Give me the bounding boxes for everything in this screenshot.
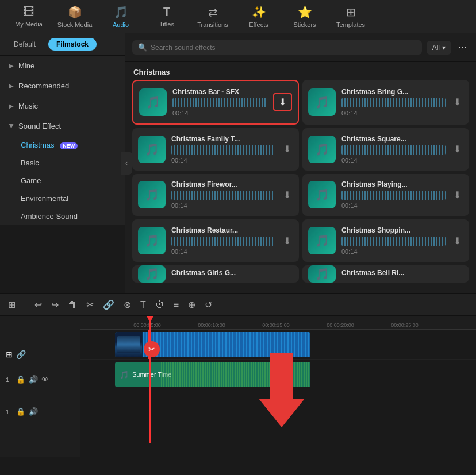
tab-default[interactable]: Default <box>6 38 44 51</box>
sound-wave-4 <box>341 145 446 155</box>
timeline-toolbar: ⊞ ↩ ↪ 🗑 ✂ 🔗 ⊗ T ⏱ ≡ ⊕ ↺ <box>0 294 476 316</box>
download-button-3[interactable]: ⬇ <box>281 141 293 157</box>
add-track-icon[interactable]: ⊞ <box>6 350 13 359</box>
track-controls-2: 1 🔒 🔊 <box>6 398 74 426</box>
sound-card-1[interactable]: 🎵 Christmas Bar - SFX 00:14 ⬇ <box>132 80 299 125</box>
more-options-button[interactable]: ··· <box>456 39 469 56</box>
main-area: Default Filmstock ▶ Mine ▶ Recommended ▶… <box>0 33 476 293</box>
nav-my-media[interactable]: 🎞 My Media <box>6 0 52 33</box>
sound-wave-1 <box>172 98 267 107</box>
chevron-music: ▶ <box>9 103 14 109</box>
nav-titles[interactable]: T Titles <box>144 0 190 33</box>
ruler-labels: 00:00:05:00 00:00:10:00 00:00:15:00 00:0… <box>80 322 437 328</box>
sound-info-2: Christmas Bring G... 00:14 <box>341 88 446 117</box>
effects-icon: ✨ <box>252 5 266 19</box>
sound-duration-4: 00:14 <box>341 157 446 164</box>
download-button-4[interactable]: ⬇ <box>451 141 463 157</box>
filter-button[interactable]: All ▾ <box>427 41 451 55</box>
nav-audio[interactable]: 🎵 Audio <box>98 0 144 33</box>
nav-effects[interactable]: ✨ Effects <box>236 0 282 33</box>
sound-card-8[interactable]: 🎵 Christmas Shoppin... 00:14 ⬇ <box>302 219 469 262</box>
ruler-label-2: 00:00:10:00 <box>179 322 244 328</box>
lock-icon-1[interactable]: 🔒 <box>16 375 25 384</box>
delete-icon[interactable]: 🗑 <box>66 298 79 312</box>
download-button-2[interactable]: ⬇ <box>451 94 463 110</box>
tracks-body: ✂ <box>80 330 476 457</box>
track-number-2: 1 <box>6 408 13 415</box>
sound-card-3[interactable]: 🎵 Christmas Family T... 00:14 ⬇ <box>132 128 299 171</box>
playhead <box>149 316 151 443</box>
sidebar-sub-item-game[interactable]: Game <box>0 172 125 190</box>
adjust-icon[interactable]: ≡ <box>171 298 181 312</box>
track-controls-1: 1 🔒 🔊 👁 <box>6 366 74 393</box>
content-panel: 🔍 All ▾ ··· Christmas 🎵 Christmas Bar - … <box>125 33 476 293</box>
ruler-label-3: 00:00:15:00 <box>244 322 308 328</box>
sidebar-item-recommended[interactable]: ▶ Recommended <box>0 76 125 96</box>
sound-info-7: Christmas Restaur... 00:14 <box>171 226 275 255</box>
download-button-1[interactable]: ⬇ <box>273 93 292 111</box>
text-tool-icon[interactable]: T <box>138 298 148 312</box>
sound-card-2[interactable]: 🎵 Christmas Bring G... 00:14 ⬇ <box>302 80 469 125</box>
stock-media-icon: 📦 <box>68 5 82 19</box>
top-nav: 🎞 My Media 📦 Stock Media 🎵 Audio T Title… <box>0 0 476 33</box>
sidebar-item-music[interactable]: ▶ Music <box>0 96 125 116</box>
sidebar-sub-item-ambience-sound[interactable]: Ambience Sound <box>0 207 125 225</box>
sound-thumb-10: 🎵 <box>308 265 336 283</box>
nav-transitions[interactable]: ⇄ Transitions <box>190 0 236 33</box>
sidebar-item-sound-effect[interactable]: ▶ Sound Effect <box>0 116 125 136</box>
section-title: Christmas <box>125 62 476 80</box>
cut-icon[interactable]: ✂ <box>84 297 96 312</box>
sound-thumb-9: 🎵 <box>138 265 166 283</box>
no-link-icon[interactable]: ⊗ <box>121 297 133 312</box>
sidebar-sub-item-basic[interactable]: Basic <box>0 154 125 172</box>
sound-thumb-7: 🎵 <box>138 227 166 254</box>
sound-name-3: Christmas Family T... <box>171 135 275 143</box>
sound-duration-6: 00:14 <box>341 202 446 209</box>
timer-icon[interactable]: ⏱ <box>153 298 167 312</box>
sidebar-collapse-button[interactable]: ‹ <box>121 152 132 175</box>
sound-name-9: Christmas Girls G... <box>171 269 293 277</box>
download-button-8[interactable]: ⬇ <box>451 233 463 249</box>
audio-icon: 🎵 <box>114 5 128 19</box>
download-button-5[interactable]: ⬇ <box>281 187 293 203</box>
music-note-icon: 🎵 <box>120 370 129 379</box>
lock-icon-2[interactable]: 🔒 <box>16 407 25 416</box>
audio-icon-2[interactable]: 🔊 <box>29 407 38 416</box>
sound-card-5[interactable]: 🎵 Christmas Firewor... 00:14 ⬇ <box>132 174 299 217</box>
sound-card-4[interactable]: 🎵 Christmas Square... 00:14 ⬇ <box>302 128 469 171</box>
undo-icon[interactable]: ↩ <box>32 297 44 312</box>
sidebar-sub-item-christmas[interactable]: Christmas NEW <box>0 136 125 154</box>
sound-thumb-5: 🎵 <box>138 181 166 208</box>
nav-stickers[interactable]: ⭐ Stickers <box>282 0 328 33</box>
redo-icon[interactable]: ↪ <box>49 297 61 312</box>
add-icon[interactable]: ⊕ <box>186 297 198 312</box>
sound-wave-3 <box>171 145 275 155</box>
sound-info-6: Christmas Playing... 00:14 <box>341 180 446 209</box>
sound-card-7[interactable]: 🎵 Christmas Restaur... 00:14 ⬇ <box>132 219 299 262</box>
rotate-icon[interactable]: ↺ <box>202 297 214 312</box>
video-clip-thumb <box>115 332 143 357</box>
sound-card-10[interactable]: 🎵 Christmas Bell Ri... <box>302 265 469 283</box>
sound-duration-1: 00:14 <box>172 110 267 117</box>
sidebar-item-mine[interactable]: ▶ Mine <box>0 56 125 76</box>
audio-icon-1[interactable]: 🔊 <box>29 375 38 384</box>
sound-grid: 🎵 Christmas Bar - SFX 00:14 ⬇ 🎵 Christma… <box>125 80 476 293</box>
link-track-icon[interactable]: 🔗 <box>16 350 26 359</box>
sound-card-6[interactable]: 🎵 Christmas Playing... 00:14 ⬇ <box>302 174 469 217</box>
download-button-6[interactable]: ⬇ <box>451 187 463 203</box>
eye-icon-1[interactable]: 👁 <box>41 375 49 384</box>
search-input[interactable] <box>151 44 416 52</box>
download-button-7[interactable]: ⬇ <box>281 233 293 249</box>
sound-name-5: Christmas Firewor... <box>171 180 275 188</box>
sidebar-sub-item-environmental[interactable]: Environmental <box>0 190 125 207</box>
grid-icon[interactable]: ⊞ <box>6 297 18 312</box>
sound-wave-5 <box>171 191 275 200</box>
search-input-wrap: 🔍 <box>132 40 422 55</box>
sound-duration-7: 00:14 <box>171 248 275 255</box>
link-icon[interactable]: 🔗 <box>101 297 117 312</box>
tab-filmstock[interactable]: Filmstock <box>48 38 97 51</box>
sound-thumb-2: 🎵 <box>308 88 336 116</box>
nav-templates[interactable]: ⊞ Templates <box>328 0 374 33</box>
sound-card-9[interactable]: 🎵 Christmas Girls G... <box>132 265 299 283</box>
nav-stock-media[interactable]: 📦 Stock Media <box>52 0 98 33</box>
